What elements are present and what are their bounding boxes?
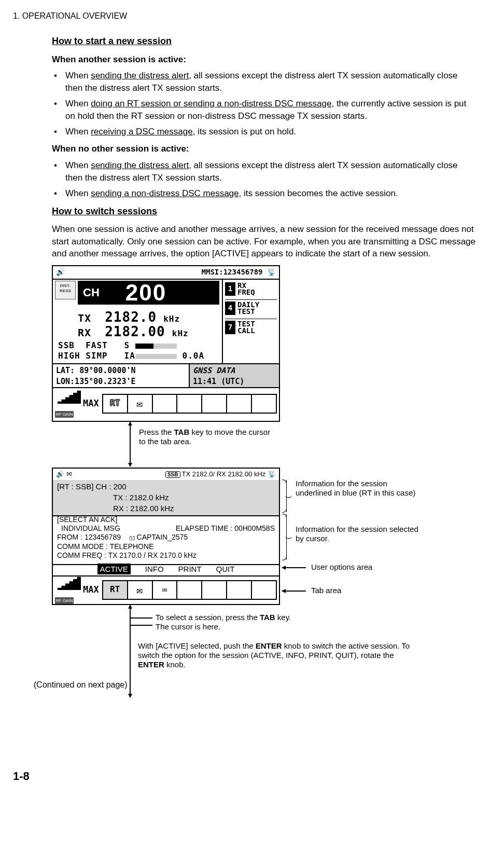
tab-mail-dark[interactable]: ✉	[153, 581, 178, 599]
list-item: When sending the distress alert, all ses…	[52, 70, 475, 94]
tab-rt[interactable]: RT	[103, 395, 128, 413]
envelope-icon	[137, 396, 143, 411]
envelope-icon: ✉	[162, 584, 167, 595]
distress-badge: DIST-RESS	[55, 281, 76, 299]
arrow-h	[130, 617, 152, 619]
arrow-vertical	[130, 422, 131, 466]
list-noactive: When sending the distress alert, all ses…	[52, 159, 475, 199]
signal-stair-icon	[55, 389, 81, 404]
menu-item[interactable]: 1RX FREQ	[225, 281, 277, 297]
screen-bottom: 🔊 ✉ SSBTX 2182.0/ RX 2182.00 kHz 📡 [RT :…	[52, 468, 280, 605]
rx-row: RX 2182.00 kHz	[78, 322, 189, 341]
list-item: When doing an RT session or sending a no…	[52, 98, 475, 122]
tab-empty[interactable]	[177, 581, 202, 599]
continued-note: (Continued on next page)	[34, 680, 128, 690]
bottom-bar: RF GAIN MAX RT ✉	[53, 575, 279, 604]
signal-bars-icon	[135, 354, 177, 359]
ch-value: 200	[125, 277, 166, 309]
ch-label: CH	[83, 285, 100, 301]
callout-user-options: User options area	[311, 562, 372, 572]
gnss-bar: LAT: 89°00.0000'NLON:135°00.2323'E GNSS …	[53, 363, 279, 388]
antenna-icon: 📡	[267, 268, 276, 276]
user-options-area: ACTIVE INFO PRINT QUIT	[53, 562, 279, 577]
menu-item[interactable]: 4DAILY TEST	[225, 299, 277, 317]
tab-empty[interactable]	[153, 395, 178, 413]
status-bar: 🔊 ✉ SSBTX 2182.0/ RX 2182.00 kHz 📡	[53, 469, 279, 481]
list-item: When receiving a DSC message, its sessio…	[52, 126, 475, 138]
rt-info-panel: [RT : SSB] CH : 200 TX : 2182.0 kHz RX :…	[53, 480, 279, 516]
callout-enter-knob: With [ACTIVE] selected, push the ENTER k…	[138, 641, 413, 669]
arrow-v	[130, 605, 131, 625]
tab-empty[interactable]	[227, 395, 252, 413]
option-print[interactable]: PRINT	[178, 564, 202, 574]
speaker-icon: 🔊	[56, 267, 65, 278]
rf-gain-badge: RF GAIN	[55, 411, 74, 418]
mmsi: MMSI:123456789	[202, 268, 263, 276]
callout-select-session: To select a session, press the TAB key. …	[156, 613, 301, 632]
list-active: When sending the distress alert, all ses…	[52, 70, 475, 138]
ssb-badge: SSB	[165, 471, 180, 478]
max-label: MAX	[83, 584, 99, 596]
envelope-icon	[137, 583, 143, 597]
subhead-active: When another session is active:	[52, 53, 475, 66]
callout-tab-key: Press the TAB key to move the cursor to …	[139, 428, 274, 446]
brace-icon	[282, 514, 287, 560]
menu-column: 1RX FREQ 4DAILY TEST 7TEST CALL	[222, 279, 279, 363]
tab-empty[interactable]	[252, 395, 276, 413]
heading-switch-sessions: How to switch sessions	[52, 205, 475, 218]
status-row-2: HIGH SIMP IA 0.0A	[58, 350, 204, 362]
page-header: 1. OPERATIONAL OVERVIEW	[13, 10, 491, 22]
envelope-icon: ✉	[66, 470, 72, 478]
tab-mail[interactable]	[128, 581, 153, 599]
bottom-bar: RF GAIN MAX RT	[53, 386, 279, 421]
speaker-icon: 🔊	[56, 470, 64, 478]
brace-icon	[282, 480, 287, 512]
tab-area[interactable]: RT	[102, 394, 277, 414]
tab-empty[interactable]	[177, 395, 202, 413]
tab-empty[interactable]	[202, 581, 227, 599]
tab-area[interactable]: RT ✉	[102, 580, 277, 600]
rf-gain-badge: RF GAIN	[55, 597, 74, 604]
tab-empty[interactable]	[252, 581, 276, 599]
antenna-icon: 📡	[268, 470, 276, 478]
tab-mail[interactable]	[128, 395, 153, 413]
tab-rt[interactable]: RT	[103, 581, 128, 599]
option-active[interactable]: ACTIVE	[97, 564, 131, 574]
screen-top: 🔊 MMSI:123456789 📡 DIST-RESS CH 200 TX 2…	[52, 265, 280, 422]
list-item: When sending the distress alert, all ses…	[52, 159, 475, 184]
ack-panel: [SELECT AN ACK] INDIVIDUAL MSGELAPSED TI…	[53, 514, 279, 565]
signal-bars-icon	[135, 344, 177, 349]
callout-rt-info: Information for the session underlined i…	[296, 479, 420, 498]
arrow-h	[282, 567, 306, 568]
arrow-h	[130, 625, 152, 626]
option-info[interactable]: INFO	[145, 564, 164, 574]
paragraph: When one session is active and another m…	[52, 223, 475, 260]
list-item: When sending a non-distress DSC message,…	[52, 187, 475, 200]
arrow-h	[282, 591, 306, 592]
menu-item[interactable]: 7TEST CALL	[225, 319, 277, 336]
arrow-v-long	[130, 625, 131, 697]
figure: 🔊 MMSI:123456789 📡 DIST-RESS CH 200 TX 2…	[52, 265, 477, 753]
channel-block: CH 200	[78, 281, 219, 305]
page-number: 1-8	[13, 768, 491, 785]
max-label: MAX	[83, 397, 99, 410]
heading-start-session: How to start a new session	[52, 35, 475, 48]
option-quit[interactable]: QUIT	[216, 564, 235, 574]
book-icon	[129, 533, 137, 541]
signal-stair-icon	[55, 575, 81, 590]
callout-cursor-info: Information for the session selected by …	[296, 525, 420, 543]
tab-empty[interactable]	[227, 581, 252, 599]
tab-empty[interactable]	[202, 395, 227, 413]
callout-tab-area: Tab area	[311, 586, 341, 595]
subhead-noactive: When no other session is active:	[52, 143, 475, 155]
